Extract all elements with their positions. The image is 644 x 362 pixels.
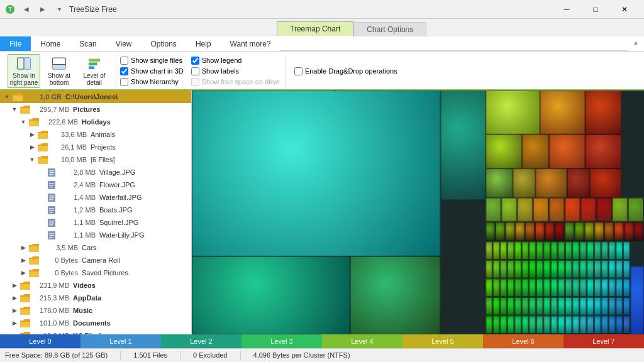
tree-item[interactable]: 2,4 MBFlower.JPG — [0, 178, 191, 191]
show-labels-row[interactable]: Show labels — [191, 67, 280, 75]
close-button[interactable]: ✕ — [610, 0, 639, 19]
level-item[interactable]: Level 4 — [322, 334, 402, 348]
dropdown-button[interactable]: ▾ — [52, 3, 67, 16]
svg-rect-13 — [49, 172, 54, 173]
tree-item[interactable]: ▼ 222,6 MBHolidays — [0, 116, 191, 128]
expand-btn[interactable] — [36, 218, 45, 227]
item-size: 1,2 MB — [58, 206, 96, 214]
expand-btn[interactable] — [36, 168, 45, 177]
tree-item[interactable]: ▶ 215,3 MBAppData — [0, 292, 191, 304]
tree-item[interactable]: ▶ 0 BytesCamera Roll — [0, 254, 191, 266]
tree-item[interactable]: 2,8 MBVillage.JPG — [0, 166, 191, 178]
ribbon-tab-view[interactable]: View — [106, 36, 142, 51]
expand-btn[interactable] — [36, 180, 45, 189]
expand-btn[interactable]: ▶ — [28, 143, 36, 151]
level-item[interactable]: Level 5 — [402, 334, 483, 348]
app-title: TreeSize Free — [69, 5, 552, 14]
ribbon-collapse[interactable]: ▲ — [628, 36, 644, 51]
item-name: Pictures — [73, 106, 100, 113]
level-item[interactable]: Level 1 — [80, 334, 161, 348]
show-freespace-row[interactable]: Show free space on drive — [191, 78, 280, 86]
expand-btn[interactable]: ▶ — [28, 130, 36, 139]
tree-item[interactable]: ▼ 295,7 MBPictures — [0, 103, 191, 116]
ribbon-tab-home[interactable]: Home — [31, 36, 70, 51]
root-path: C:\Users\Jones\ — [65, 93, 118, 101]
tree-item[interactable]: ▶ 19,3 MB[10 Files] — [0, 329, 191, 334]
enable-drag-row[interactable]: Enable Drag&Drop operations — [294, 67, 397, 75]
enable-drag-checkbox[interactable] — [294, 67, 303, 75]
ribbon-tab-scan[interactable]: Scan — [70, 36, 106, 51]
level-detail-button[interactable]: Level of detail — [78, 54, 111, 88]
item-name: Holidays — [82, 118, 111, 126]
forward-button[interactable]: ▶ — [35, 3, 50, 16]
tree-item[interactable]: ▶ 33,6 MBAnimals — [0, 128, 191, 141]
expand-btn[interactable]: ▶ — [19, 268, 28, 277]
level-item[interactable]: Level 2 — [161, 334, 242, 348]
tab-treemap-chart[interactable]: Treemap Chart — [277, 21, 353, 36]
ribbon-tab-options[interactable]: Options — [142, 36, 186, 51]
show-legend-checkbox[interactable] — [191, 57, 199, 65]
show-chart-row[interactable]: Show chart in 3D — [120, 67, 184, 75]
show-labels-checkbox[interactable] — [191, 67, 199, 75]
item-name: Saved Pictures — [82, 269, 128, 277]
level-item[interactable]: Level 7 — [564, 334, 644, 348]
minimize-button[interactable]: ─ — [552, 0, 581, 19]
main-area: ▼ 1,0 GB C:\Users\Jones\ ▼ 295,7 MBPictu… — [0, 90, 644, 348]
show-right-pane-button[interactable]: Show in right pane — [8, 54, 40, 88]
show-single-row[interactable]: Show single files — [120, 57, 184, 65]
folder-icon — [20, 319, 30, 327]
level-item[interactable]: Level 6 — [483, 334, 564, 348]
show-chart-checkbox[interactable] — [120, 67, 128, 75]
show-hierarchy-label: Show hierarchy — [131, 78, 179, 85]
tree-item[interactable]: 1,1 MBWaterLilly.JPG — [0, 229, 191, 241]
back-button[interactable]: ◀ — [19, 3, 34, 16]
folder-icon — [29, 118, 39, 126]
ribbon-tab-wantmore[interactable]: Want more? — [221, 36, 280, 51]
tree-item[interactable]: 1,2 MBBoats.JPG — [0, 204, 191, 216]
level-item[interactable]: Level 3 — [242, 334, 322, 348]
tree-item[interactable]: ▶ 0 BytesSaved Pictures — [0, 266, 191, 279]
show-hierarchy-checkbox[interactable] — [120, 78, 128, 86]
show-bottom-button[interactable]: Show at bottom — [43, 54, 75, 88]
item-name: WaterLilly.JPG — [99, 231, 145, 239]
tree-root[interactable]: ▼ 1,0 GB C:\Users\Jones\ — [0, 90, 191, 103]
expand-btn[interactable]: ▶ — [10, 306, 19, 315]
expand-btn[interactable]: ▼ — [19, 118, 28, 126]
tree-pane[interactable]: ▼ 1,0 GB C:\Users\Jones\ ▼ 295,7 MBPictu… — [0, 90, 192, 334]
tree-item[interactable]: 1,4 MBWaterfall.JPG — [0, 191, 191, 204]
level-bar: Level 0Level 1Level 2Level 3Level 4Level… — [0, 334, 644, 348]
item-size: 2,4 MB — [58, 181, 96, 189]
expand-btn[interactable]: ▼ — [28, 155, 36, 164]
ribbon-tab-file[interactable]: File — [0, 36, 31, 51]
root-expand[interactable]: ▼ — [3, 92, 11, 101]
expand-btn[interactable]: ▶ — [10, 293, 19, 302]
show-single-checkbox[interactable] — [120, 57, 128, 65]
show-freespace-checkbox[interactable] — [191, 78, 199, 86]
level-item[interactable]: Level 0 — [0, 334, 80, 348]
tree-item[interactable]: ▶ 26,1 MBProjects — [0, 141, 191, 153]
ribbon-tabs: File Home Scan View Options Help Want mo… — [0, 36, 644, 52]
maximize-button[interactable]: □ — [581, 0, 610, 19]
expand-btn[interactable]: ▶ — [10, 281, 19, 290]
ribbon-tab-help[interactable]: Help — [186, 36, 221, 51]
expand-btn[interactable]: ▶ — [19, 256, 28, 265]
show-hierarchy-row[interactable]: Show hierarchy — [120, 78, 184, 86]
expand-btn[interactable] — [36, 206, 45, 214]
tree-item[interactable]: ▶ 231,9 MBVideos — [0, 279, 191, 292]
expand-btn[interactable]: ▶ — [10, 319, 19, 327]
tree-item[interactable]: ▼ 10,0 MB[6 Files] — [0, 153, 191, 166]
expand-btn[interactable] — [36, 193, 45, 202]
tree-item[interactable]: ▶ 178,0 MBMusic — [0, 304, 191, 317]
title-bar: T ◀ ▶ ▾ TreeSize Free ─ □ ✕ — [0, 0, 644, 19]
tree-item[interactable]: 1,1 MBSquirrel.JPG — [0, 216, 191, 229]
tree-item[interactable]: ▶ 3,5 MBCars — [0, 241, 191, 254]
expand-btn[interactable]: ▶ — [19, 243, 28, 252]
file-icon — [47, 219, 57, 227]
tree-item[interactable]: ▶ 101,0 MBDocuments — [0, 317, 191, 329]
cluster-status: 4,096 Bytes per Cluster (NTFS) — [253, 351, 350, 359]
expand-btn[interactable] — [36, 231, 45, 239]
expand-btn[interactable]: ▼ — [10, 105, 19, 114]
tab-chart-options[interactable]: Chart Options — [353, 22, 426, 36]
show-legend-row[interactable]: Show legend — [191, 57, 280, 65]
tree-items: ▼ 295,7 MBPictures▼ 222,6 MBHolidays▶ 33… — [0, 103, 191, 334]
